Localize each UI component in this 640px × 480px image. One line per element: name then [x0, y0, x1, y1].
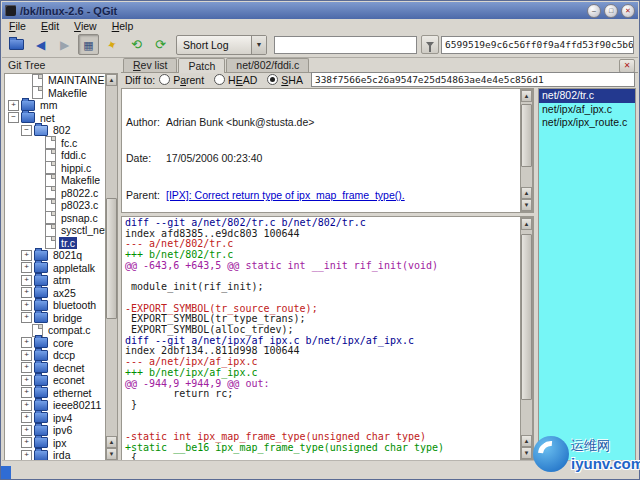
- radio-parent[interactable]: Parent: [159, 74, 204, 86]
- tree-item-bluetooth[interactable]: +bluetooth: [5, 299, 106, 312]
- tree-item-atm[interactable]: +atm: [5, 274, 106, 287]
- scrollbar-track[interactable]: [521, 230, 532, 435]
- scroll-down-icon[interactable]: ▼: [106, 448, 117, 460]
- scrollbar-track[interactable]: [521, 102, 532, 187]
- radio-head[interactable]: HEAD: [214, 74, 257, 86]
- menu-help[interactable]: Help: [112, 20, 134, 32]
- tree-item-maintainers[interactable]: MAINTAINERS: [5, 74, 106, 87]
- tree-item-econet[interactable]: +econet: [5, 374, 106, 387]
- tree-item-fc-c[interactable]: fc.c: [5, 137, 106, 150]
- scroll-down-icon[interactable]: ▼: [521, 447, 532, 459]
- expander-collapsed-icon[interactable]: +: [21, 275, 32, 286]
- scroll-up-icon[interactable]: ▲: [521, 187, 532, 199]
- scroll-up-icon[interactable]: ▲: [106, 436, 117, 448]
- expander-collapsed-icon[interactable]: +: [21, 400, 32, 411]
- close-button[interactable]: ✕: [621, 4, 635, 18]
- scroll-up-icon[interactable]: ▲: [106, 74, 117, 86]
- expander-collapsed-icon[interactable]: +: [21, 312, 32, 323]
- tree-item-ipv6[interactable]: +ipv6: [5, 424, 106, 437]
- tree-item-appletalk[interactable]: +appletalk: [5, 262, 106, 275]
- scrollbar-thumb[interactable]: [521, 234, 532, 400]
- tree-item-8021q[interactable]: +8021q: [5, 249, 106, 262]
- tree-item-dccp[interactable]: +dccp: [5, 349, 106, 362]
- tab-rev-list[interactable]: Rev list: [123, 58, 177, 72]
- tree-item-net[interactable]: −net: [5, 112, 106, 125]
- scroll-up-icon[interactable]: ▲: [521, 218, 532, 230]
- toggle-main-view-button[interactable]: ▦: [78, 34, 99, 55]
- radio-head-icon[interactable]: [214, 74, 225, 85]
- tree-item-compat-c[interactable]: compat.c: [5, 324, 106, 337]
- expander-collapsed-icon[interactable]: +: [21, 250, 32, 261]
- tree-item-ax25[interactable]: +ax25: [5, 287, 106, 300]
- tree-item-ipx[interactable]: +ipx: [5, 437, 106, 450]
- expander-expanded-icon[interactable]: −: [8, 112, 19, 123]
- save-patch-button[interactable]: ⟲: [126, 34, 147, 55]
- menu-view[interactable]: View: [74, 20, 97, 32]
- tree-item-ethernet[interactable]: +ethernet: [5, 387, 106, 400]
- tree-item-p8022-c[interactable]: p8022.c: [5, 187, 106, 200]
- tree-scrollbar[interactable]: ▲ ▲ ▼: [105, 73, 118, 461]
- tree-item-makefile[interactable]: Makefile: [5, 174, 106, 187]
- tree-item-hippi-c[interactable]: hippi.c: [5, 162, 106, 175]
- tree-item-makefile[interactable]: Makefile: [5, 87, 106, 100]
- maximize-button[interactable]: □: [604, 4, 618, 18]
- apply-patch-button[interactable]: ⟳: [150, 34, 171, 55]
- view-mode-combobox[interactable]: Short Log ▼: [176, 35, 267, 55]
- back-button[interactable]: ◀: [30, 34, 51, 55]
- expander-collapsed-icon[interactable]: +: [21, 387, 32, 398]
- menu-edit[interactable]: Edit: [41, 20, 59, 32]
- tree-item-fddi-c[interactable]: fddi.c: [5, 149, 106, 162]
- chevron-down-icon[interactable]: ▼: [251, 36, 266, 54]
- scrollbar-thumb[interactable]: [106, 198, 117, 319]
- diff-scrollbar[interactable]: ▲ ▲ ▼: [520, 217, 533, 460]
- tree-item-core[interactable]: +core: [5, 337, 106, 350]
- filter-input[interactable]: [274, 36, 417, 54]
- file-list-item[interactable]: net/802/tr.c: [539, 89, 635, 103]
- tree-item-tr-c[interactable]: tr.c: [5, 237, 106, 250]
- expander-collapsed-icon[interactable]: +: [21, 262, 32, 273]
- flags-button[interactable]: ✦: [102, 34, 123, 55]
- commit-scrollbar[interactable]: ▲ ▲ ▼: [520, 89, 533, 212]
- expander-collapsed-icon[interactable]: +: [21, 425, 32, 436]
- radio-sha[interactable]: SHA: [267, 74, 303, 86]
- expander-collapsed-icon[interactable]: +: [21, 300, 32, 311]
- file-list-item[interactable]: net/ipx/ipx_route.c: [539, 116, 635, 130]
- expander-expanded-icon[interactable]: −: [21, 125, 32, 136]
- expander-collapsed-icon[interactable]: +: [21, 337, 32, 348]
- tab-net-802-fddi-c[interactable]: net/802/fddi.c: [226, 58, 309, 72]
- tree-item-ipv4[interactable]: +ipv4: [5, 412, 106, 425]
- forward-button[interactable]: ▶: [54, 34, 75, 55]
- tab-patch[interactable]: Patch: [178, 58, 225, 73]
- current-sha-field[interactable]: 6599519e9c6c56ff0f9a4ffd53f90c5b65b902f4: [441, 36, 634, 54]
- expander-collapsed-icon[interactable]: +: [21, 350, 32, 361]
- tree-item-802[interactable]: −802: [5, 124, 106, 137]
- open-repository-button[interactable]: [6, 34, 27, 55]
- scroll-down-icon[interactable]: ▼: [521, 199, 532, 211]
- minimize-button[interactable]: –: [587, 4, 601, 18]
- scrollbar-thumb[interactable]: [521, 104, 532, 167]
- diff-to-sha-field[interactable]: 338f7566e5c26a9547e25d54863ae4e4e5c856d1: [311, 72, 635, 87]
- tree-item-decnet[interactable]: +decnet: [5, 362, 106, 375]
- tab-close-button[interactable]: ✕: [619, 59, 635, 73]
- expander-collapsed-icon[interactable]: +: [21, 375, 32, 386]
- expander-collapsed-icon[interactable]: +: [21, 287, 32, 298]
- filter-button[interactable]: [421, 35, 439, 54]
- menu-file[interactable]: File: [9, 20, 26, 32]
- expander-collapsed-icon[interactable]: +: [21, 437, 32, 448]
- tree-item-psnap-c[interactable]: psnap.c: [5, 212, 106, 225]
- scroll-up-icon[interactable]: ▲: [521, 90, 532, 102]
- tree-item-mm[interactable]: +mm: [5, 99, 106, 112]
- radio-parent-icon[interactable]: [159, 74, 170, 85]
- scrollbar-track[interactable]: [106, 86, 117, 436]
- scroll-up-icon[interactable]: ▲: [521, 435, 532, 447]
- parent-commit-link[interactable]: [IPX]: Correct return type of ipx_map_fr…: [166, 189, 405, 201]
- expander-collapsed-icon[interactable]: +: [21, 412, 32, 423]
- expander-collapsed-icon[interactable]: +: [21, 362, 32, 373]
- tree-item-ieee80211[interactable]: +ieee80211: [5, 399, 106, 412]
- expander-collapsed-icon[interactable]: +: [8, 100, 19, 111]
- title-bar[interactable]: /bk/linux-2.6 - QGit – □ ✕: [2, 2, 638, 19]
- file-list-item[interactable]: net/ipx/af_ipx.c: [539, 103, 635, 117]
- tree-item-bridge[interactable]: +bridge: [5, 312, 106, 325]
- tree-item-p8023-c[interactable]: p8023.c: [5, 199, 106, 212]
- tree-item-sysctl-net[interactable]: sysctl_net...: [5, 224, 106, 237]
